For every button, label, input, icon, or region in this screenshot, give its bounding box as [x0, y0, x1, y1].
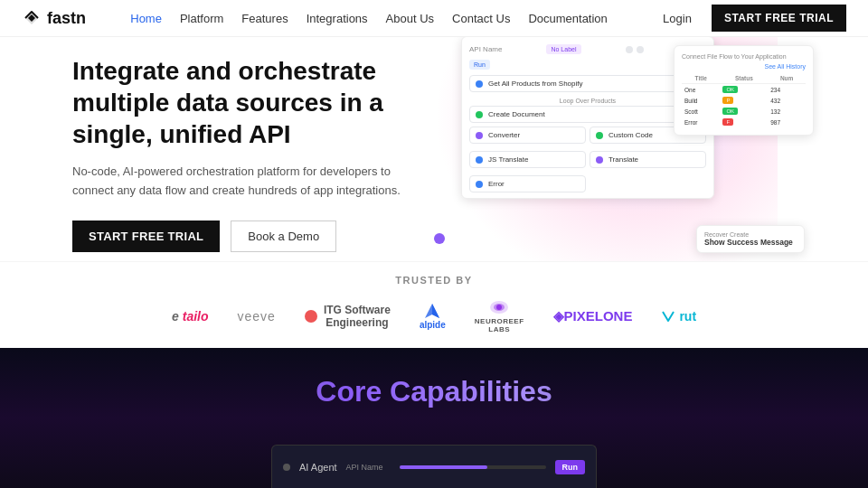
core-api-label: API Name	[346, 463, 383, 472]
shopify-see-all: See All History	[682, 63, 806, 70]
table-row: Scott OK 132	[682, 106, 806, 117]
success-card: Recover Create Show Success Message	[696, 225, 805, 253]
logo-etailo: etailo	[172, 309, 209, 324]
logo-pixelone: ◈PIXELONE	[553, 308, 633, 324]
alpide-icon	[421, 302, 443, 320]
logo-icon	[22, 8, 42, 28]
login-button[interactable]: Login	[652, 6, 703, 31]
flow-grid-item-5: Error	[469, 175, 586, 192]
core-preview-progress	[400, 465, 546, 469]
flow-grid-item-1: Converter	[469, 127, 586, 144]
nav-link-integrations[interactable]: Integrations	[307, 12, 368, 25]
card-tag: No Label	[546, 44, 580, 54]
purple-dot-decoration	[434, 233, 445, 244]
success-title: Show Success Message	[704, 238, 797, 247]
core-preview-dot	[283, 464, 290, 471]
hero-subtitle: No-code, AI-powered orchestration platfo…	[72, 163, 416, 201]
svg-point-2	[496, 305, 502, 310]
logo-itg: ITG SoftwareEngineering	[305, 304, 391, 329]
logo-alpide: alpide	[420, 302, 446, 330]
trusted-label: TRUSTED BY	[0, 275, 868, 286]
flow-item-label-1: Get All Products from Shopify	[488, 80, 583, 88]
logo-rut: rut	[661, 309, 696, 324]
itg-dot-icon	[305, 310, 317, 323]
start-free-trial-button[interactable]: START FREE TRIAL	[72, 221, 220, 252]
rut-icon	[661, 310, 675, 323]
shopify-card: Connect File Flow to Your Application Se…	[674, 45, 814, 136]
flow-grid-item-3: JS Translate	[469, 151, 586, 168]
core-run-button[interactable]: Run	[555, 460, 586, 474]
nav-actions: Login START FREE TRIAL	[652, 5, 846, 32]
card-api-label: API Name	[469, 45, 502, 53]
hero-title: Integrate and orchestrate multiple data …	[72, 55, 416, 150]
table-row: Build P 432	[682, 95, 806, 106]
nav-link-platform[interactable]: Platform	[180, 12, 223, 25]
logo-text: fastn	[47, 9, 86, 28]
table-row: Error F 987	[682, 117, 806, 127]
flow-tag-1: Run	[469, 60, 490, 70]
nav-links: Home Platform Features Integrations Abou…	[130, 12, 608, 25]
trusted-logos: etailo veeve ITG SoftwareEngineering alp…	[0, 298, 868, 333]
hero-text: Integrate and orchestrate multiple data …	[72, 55, 416, 252]
col-status: Status	[720, 73, 768, 84]
trusted-section: TRUSTED BY etailo veeve ITG SoftwareEngi…	[0, 261, 868, 348]
col-title: Title	[682, 73, 720, 84]
start-free-trial-button-nav[interactable]: START FREE TRIAL	[712, 5, 846, 32]
nav-link-docs[interactable]: Documentation	[528, 12, 607, 25]
flow-grid-item-4: Translate	[590, 151, 706, 168]
logo-neuroreef: NEUROREEFLABS	[475, 298, 524, 333]
flow-separator: Loop Over Products	[469, 96, 706, 106]
table-row: One OK 234	[682, 84, 806, 96]
hero-buttons: START FREE TRIAL Book a Demo	[72, 221, 416, 252]
card-header: API Name No Label 100%	[469, 44, 706, 54]
hero-mockup: What Do You Need To Automate Today? API …	[434, 37, 814, 261]
nav-link-about[interactable]: About Us	[386, 12, 434, 25]
nav-link-features[interactable]: Features	[241, 12, 288, 25]
shopify-table: Title Status Num One OK 234 Build	[682, 73, 806, 127]
flow-item-label-2: Create Document	[488, 110, 545, 118]
navbar: fastn Home Platform Features Integration…	[0, 0, 868, 37]
flow-item-1: Get All Products from Shopify	[469, 75, 706, 92]
logo[interactable]: fastn	[22, 8, 86, 28]
nav-link-contact[interactable]: Contact Us	[452, 12, 510, 25]
flow-item-2: Create Document	[469, 106, 706, 123]
flow-grid: Converter Custom Code JS Translate Trans…	[469, 127, 706, 196]
core-preview-bar: AI Agent API Name Run	[271, 445, 597, 488]
shopify-header: Connect File Flow to Your Application	[682, 53, 806, 60]
logo-veeve: veeve	[238, 309, 276, 324]
hero-section: Integrate and orchestrate multiple data …	[0, 37, 868, 261]
core-title: Core Capabilities	[0, 375, 868, 408]
neuroreef-icon	[486, 298, 512, 316]
core-preview-label: AI Agent	[299, 462, 337, 473]
card-controls	[626, 46, 644, 53]
core-preview-fill	[400, 465, 487, 469]
success-label: Recover Create	[704, 231, 797, 238]
nav-link-home[interactable]: Home	[130, 12, 162, 25]
core-section: Core Capabilities AI Agent API Name Run	[0, 348, 868, 488]
flow-buttons: Run	[469, 60, 706, 70]
col-num: Num	[768, 73, 806, 84]
book-demo-button[interactable]: Book a Demo	[231, 221, 336, 252]
